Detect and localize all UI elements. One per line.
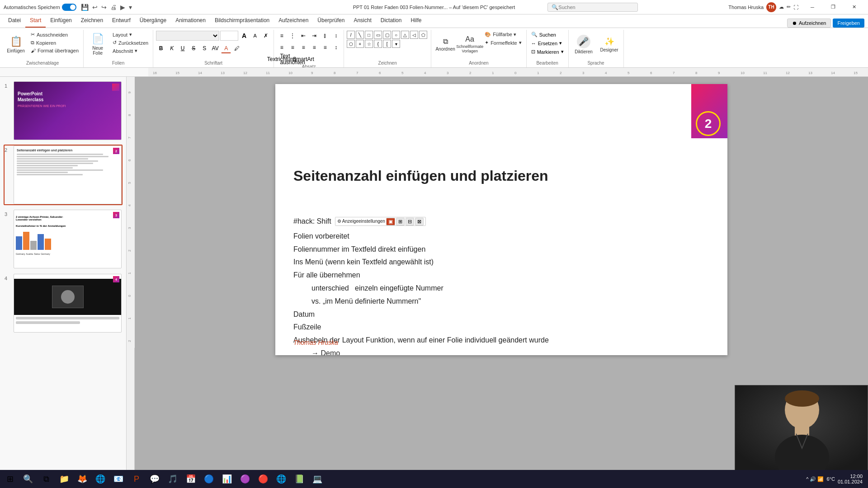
indent-right-button[interactable]: ⇥ (309, 31, 319, 41)
formeffekte-button[interactable]: ✦ Formeffekte▾ (483, 39, 524, 47)
present-icon[interactable]: ▶ (119, 3, 126, 12)
align-justify-button[interactable]: ≡ (309, 42, 319, 52)
autosave-toggle[interactable] (62, 4, 76, 11)
app-6[interactable]: 🎵 (165, 471, 181, 487)
underline-button[interactable]: U (178, 43, 188, 53)
font-color-button[interactable]: A (221, 43, 231, 53)
shape-rect2[interactable]: ▭ (374, 31, 382, 39)
slide-thumb-1[interactable]: 1 PowerPointMasterclass PRÄSENTIEREN WIE… (4, 80, 123, 141)
app-9[interactable]: 📊 (219, 471, 235, 487)
dropdown-icon[interactable]: ▾ (128, 3, 133, 12)
hack-text[interactable]: #hack: Shift (293, 215, 331, 228)
tab-datei[interactable]: Datei (4, 14, 25, 28)
list-bullet-button[interactable]: ≡ (277, 31, 287, 41)
spacing-button[interactable]: AV (210, 43, 220, 53)
file-explorer[interactable]: 📁 (56, 471, 72, 487)
minimize-button[interactable]: ─ (802, 0, 823, 14)
tab-start[interactable]: Start (25, 14, 46, 28)
shape-plus[interactable]: + (356, 40, 364, 48)
view-btn-3[interactable]: ⊟ (406, 218, 414, 225)
tab-aufzeichnen[interactable]: Aufzeichnen (274, 14, 313, 28)
view-btn-2[interactable]: ⊞ (396, 218, 405, 225)
app-12[interactable]: 🌐 (273, 471, 289, 487)
fuellfarbe-button[interactable]: 🎨 Füllfarbe ▾ (483, 31, 524, 38)
slide-thumb-3[interactable]: 3 3 2 einträge Achsen-Primär, Sekundär:L… (4, 209, 123, 269)
markieren-button[interactable]: ⊡ Markieren▾ (529, 48, 566, 56)
einfuegen-button[interactable]: 📋 Einfügen (5, 31, 27, 58)
app-7[interactable]: 📅 (183, 471, 199, 487)
redo-icon[interactable]: ↪ (100, 3, 108, 12)
font-selector[interactable] (156, 31, 219, 41)
shape-rect[interactable]: □ (365, 31, 373, 39)
outlook[interactable]: 📧 (110, 471, 127, 487)
align-center-button[interactable]: ≡ (288, 42, 297, 52)
textdir-button[interactable]: ↕ (331, 31, 341, 41)
shape-hexa[interactable]: ⬡ (347, 40, 355, 48)
task-view[interactable]: ⧉ (38, 471, 54, 487)
neue-folie-button[interactable]: 📄 Neue Folie (86, 31, 109, 58)
start-button[interactable]: ⊞ (2, 471, 18, 487)
close-button[interactable]: ✕ (844, 0, 864, 14)
italic-button[interactable]: K (167, 43, 177, 53)
tab-animationen[interactable]: Animationen (171, 14, 210, 28)
shape-circle[interactable]: ○ (392, 31, 400, 39)
slide-canvas[interactable]: 2 Seitenanzahl einfügen und platzieren #… (275, 84, 727, 355)
shape-rtriangle[interactable]: ◁ (410, 31, 418, 39)
cols-button[interactable]: ⫿ (320, 31, 330, 41)
align-right-button[interactable]: ≡ (298, 42, 308, 52)
app-5[interactable]: 💬 (146, 471, 163, 487)
font-size-up-button[interactable]: A (239, 31, 249, 41)
browser-chrome[interactable]: 🌐 (92, 471, 108, 487)
shape-round-rect[interactable]: ▢ (383, 31, 391, 39)
ersetzen-button[interactable]: ↔ Ersetzen▾ (529, 39, 566, 47)
indent-left-button[interactable]: ⇤ (298, 31, 308, 41)
shape-triangle[interactable]: △ (401, 31, 409, 39)
shadow-button[interactable]: S (199, 43, 209, 53)
app-13[interactable]: 📗 (291, 471, 307, 487)
zuruecksetzen-button[interactable]: ↺ Zurücksetzen (111, 39, 150, 47)
search-input[interactable] (558, 5, 626, 10)
shape-more[interactable]: ▾ (392, 40, 400, 48)
clear-format-button[interactable]: ✗ (261, 31, 271, 41)
app-8[interactable]: 🔵 (201, 471, 217, 487)
tab-hilfe[interactable]: Hilfe (406, 14, 426, 28)
view-btn-4[interactable]: ⊠ (415, 218, 424, 225)
shape-penta[interactable]: ⬠ (419, 31, 427, 39)
undo-icon[interactable]: ↩ (91, 3, 99, 12)
format-button[interactable]: 🖌 Format übertragen (29, 47, 80, 54)
designer-button[interactable]: ✨ Designer (598, 31, 621, 58)
tab-einfuegen[interactable]: Einfügen (46, 14, 76, 28)
abschnitt-button[interactable]: Abschnitt▾ (111, 47, 150, 55)
toolbar-settings[interactable]: ⚙ Anzeigeeinstellungen (337, 217, 385, 225)
diktieren-button[interactable]: 🎤 Diktieren (571, 31, 596, 58)
shape-brace[interactable]: { (374, 40, 382, 48)
view-btn-1[interactable]: ▣ (386, 218, 395, 225)
shape-line2[interactable]: ╲ (356, 31, 364, 39)
restore-button[interactable]: ❐ (823, 0, 844, 14)
tab-ansicht[interactable]: Ansicht (349, 14, 376, 28)
app-11[interactable]: 🔴 (255, 471, 271, 487)
tab-uebergaenge[interactable]: Übergänge (135, 14, 171, 28)
record-button[interactable]: ⏺ Aufzeichnen (787, 19, 831, 28)
save-icon[interactable]: 💾 (80, 3, 90, 12)
ausschneiden-button[interactable]: ✂ Ausschneiden (29, 31, 80, 38)
list-num-button[interactable]: ⋮ (288, 31, 297, 41)
search-taskbar[interactable]: 🔍 (20, 471, 36, 487)
schnellformate-button[interactable]: Aa Schnellformate Vorlagen (458, 31, 481, 58)
shape-line[interactable]: / (347, 31, 355, 39)
search-box[interactable]: 🔍 (547, 3, 638, 12)
shape-star[interactable]: ☆ (365, 40, 373, 48)
kopieren-button[interactable]: ⧉ Kopieren (29, 39, 80, 47)
fullscreen-icon[interactable]: ⛶ (793, 5, 798, 10)
browser-firefox[interactable]: 🦊 (74, 471, 90, 487)
tab-entwurf[interactable]: Entwurf (108, 14, 135, 28)
font-size-down-button[interactable]: A (250, 31, 260, 41)
slide-main-title[interactable]: Seitenanzahl einfügen und platzieren (293, 168, 548, 184)
smartart-button[interactable]: SmartArt (298, 54, 308, 64)
shape-bracket[interactable]: [ (383, 40, 391, 48)
font-size-input[interactable] (220, 31, 238, 41)
line-spacing-button[interactable]: ↕ (331, 42, 341, 52)
highlight-button[interactable]: 🖊 (232, 43, 242, 53)
powerpoint[interactable]: P (128, 471, 145, 487)
tab-ueberpruefen[interactable]: Überprüfen (313, 14, 349, 28)
